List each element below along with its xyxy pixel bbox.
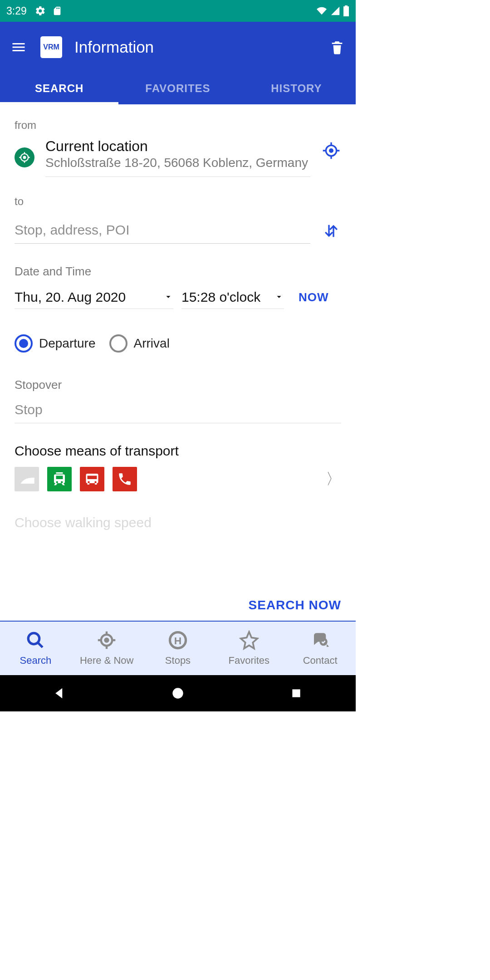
radio-departure[interactable]: Departure — [15, 334, 96, 353]
nav-label: Contact — [303, 655, 338, 666]
date-value: Thu, 20. Aug 2020 — [15, 289, 126, 305]
stopover-label: Stopover — [15, 378, 341, 392]
system-nav-bar — [0, 675, 356, 711]
svg-point-3 — [330, 149, 333, 152]
chevron-right-icon: 〉 — [326, 469, 341, 490]
app-bar: VRM Information SEARCH FAVORITES HISTORY — [0, 22, 356, 104]
to-placeholder: Stop, address, POI — [15, 222, 129, 237]
stopover-placeholder: Stop — [15, 402, 43, 417]
now-button[interactable]: NOW — [299, 290, 329, 304]
sd-card-icon — [52, 6, 62, 16]
from-value: Current location — [45, 138, 310, 155]
svg-point-10 — [172, 688, 183, 698]
tab-history[interactable]: HISTORY — [237, 73, 356, 104]
wifi-icon — [316, 6, 328, 16]
from-field[interactable]: Current location Schloßstraße 18-20, 560… — [45, 138, 310, 177]
chat-icon — [310, 630, 330, 650]
nav-label: Favorites — [229, 655, 270, 666]
status-time: 3:29 — [6, 5, 27, 17]
time-value: 15:28 o'clock — [181, 289, 260, 305]
nav-home-button[interactable] — [169, 684, 187, 702]
walking-speed-label: Choose walking speed — [15, 515, 341, 530]
status-bar: 3:29 — [0, 0, 356, 22]
battery-icon — [343, 5, 349, 16]
from-label: from — [15, 119, 341, 132]
page-title: Information — [74, 38, 328, 56]
svg-point-4 — [29, 633, 40, 644]
tab-search[interactable]: SEARCH — [0, 73, 118, 104]
tab-label: FAVORITES — [145, 82, 210, 95]
nav-label: Search — [20, 655, 52, 666]
signal-icon — [330, 6, 340, 16]
svg-point-6 — [105, 639, 108, 642]
crosshair-icon — [15, 147, 34, 167]
nav-label: Here & Now — [80, 655, 134, 666]
tab-label: SEARCH — [35, 82, 83, 95]
svg-point-1 — [24, 157, 26, 159]
tab-favorites[interactable]: FAVORITES — [118, 73, 237, 104]
nav-back-button[interactable] — [50, 684, 69, 702]
transport-label: Choose means of transport — [15, 443, 341, 459]
tram-icon — [47, 467, 72, 491]
highspeed-train-icon — [15, 467, 39, 491]
to-field[interactable]: Stop, address, POI — [15, 218, 310, 244]
radio-arrival[interactable]: Arrival — [109, 334, 170, 353]
delete-icon[interactable] — [328, 38, 347, 57]
transport-row[interactable]: 〉 — [15, 467, 341, 491]
bus-icon — [80, 467, 104, 491]
nav-stops[interactable]: H Stops — [142, 622, 214, 675]
tab-bar: SEARCH FAVORITES HISTORY — [0, 73, 356, 104]
nav-label: Stops — [165, 655, 191, 666]
to-label: to — [15, 195, 341, 208]
caret-down-icon — [274, 289, 284, 305]
search-now-button[interactable]: SEARCH NOW — [244, 596, 341, 614]
locate-icon[interactable] — [321, 141, 341, 161]
menu-icon[interactable] — [9, 38, 28, 57]
nav-contact[interactable]: Contact — [284, 622, 356, 675]
crosshair-icon — [97, 630, 117, 650]
stop-h-icon: H — [168, 630, 188, 650]
settings-icon — [35, 5, 46, 16]
svg-text:H: H — [174, 635, 181, 647]
radio-label: Arrival — [134, 336, 170, 351]
tab-label: HISTORY — [271, 82, 322, 95]
search-icon — [25, 630, 45, 650]
time-dropdown[interactable]: 15:28 o'clock — [181, 289, 284, 309]
swap-icon[interactable] — [321, 221, 341, 241]
nav-search[interactable]: Search — [0, 622, 71, 675]
nav-favorites[interactable]: Favorites — [213, 622, 284, 675]
radio-on-icon — [15, 334, 33, 353]
radio-label: Departure — [39, 336, 96, 351]
star-icon — [239, 630, 259, 650]
nav-here-now[interactable]: Here & Now — [71, 622, 142, 675]
caret-down-icon — [163, 289, 173, 305]
phone-icon — [113, 467, 137, 491]
stopover-field[interactable]: Stop — [15, 397, 341, 423]
app-logo: VRM — [40, 36, 63, 59]
from-subtitle: Schloßstraße 18-20, 56068 Koblenz, Germa… — [45, 155, 310, 171]
date-dropdown[interactable]: Thu, 20. Aug 2020 — [15, 289, 173, 309]
nav-recents-button[interactable] — [287, 684, 305, 702]
content: from Current location Schloßstraße 18-20… — [0, 104, 356, 621]
datetime-label: Date and Time — [15, 265, 341, 279]
bottom-nav: Search Here & Now H Stops Favorites Cont… — [0, 621, 356, 675]
svg-rect-11 — [293, 689, 300, 697]
radio-off-icon — [109, 334, 127, 353]
